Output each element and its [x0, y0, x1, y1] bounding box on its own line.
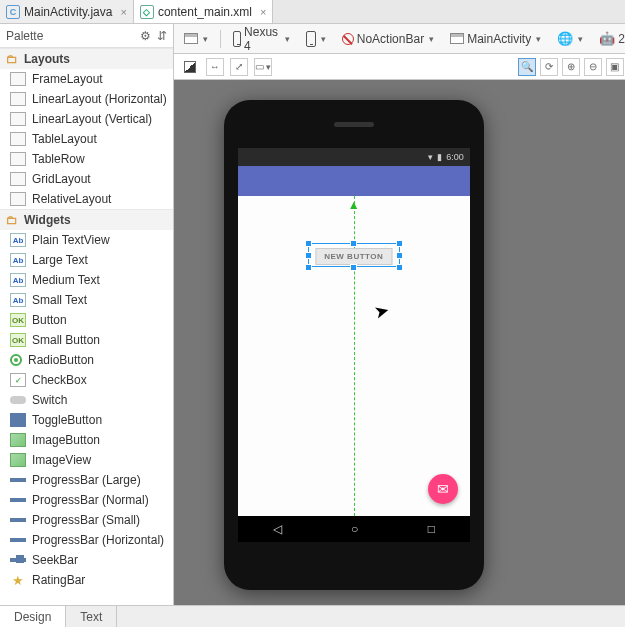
box-icon: [10, 92, 26, 106]
device-frame: ▾ ▮ 6:00 ▲ NEW BUTTON: [224, 100, 484, 590]
align-button[interactable]: ↔: [206, 58, 224, 76]
xml-layout-file-icon: ◇: [140, 5, 154, 19]
palette-item-label: ProgressBar (Large): [32, 473, 141, 487]
palette-item-label: Plain TextView: [32, 233, 110, 247]
phone-icon: [233, 31, 241, 47]
phone-speaker: [334, 122, 374, 127]
refresh-button[interactable]: ⟳: [540, 58, 558, 76]
constraint-arrow-icon: ▲: [348, 198, 360, 212]
palette-item-label: ToggleButton: [32, 413, 102, 427]
box-icon: [10, 192, 26, 206]
device-dropdown[interactable]: Nexus 4: [229, 24, 294, 55]
close-icon[interactable]: ×: [260, 6, 266, 18]
activity-label: MainActivity: [467, 32, 531, 46]
palette-item-label: LinearLayout (Vertical): [32, 112, 152, 126]
theme-variant-button[interactable]: [180, 59, 200, 75]
editor-mode-tabs: Design Text: [0, 605, 625, 627]
palette-category-header[interactable]: 🗀Layouts: [0, 48, 173, 69]
options-icon[interactable]: ⇵: [157, 29, 167, 43]
palette-item[interactable]: GridLayout: [0, 169, 173, 189]
screenshot-button[interactable]: ▣: [606, 58, 624, 76]
floating-action-button[interactable]: ✉: [428, 474, 458, 504]
palette-item[interactable]: ✓CheckBox: [0, 370, 173, 390]
seek-icon: [10, 558, 26, 562]
switch-icon: [10, 396, 26, 404]
zoom-fit-button[interactable]: 🔍: [518, 58, 536, 76]
back-icon[interactable]: ◁: [273, 522, 282, 536]
palette-item[interactable]: OKButton: [0, 310, 173, 330]
palette-item[interactable]: RelativeLayout: [0, 189, 173, 209]
resize-handle[interactable]: [396, 240, 403, 247]
palette-item[interactable]: AbLarge Text: [0, 250, 173, 270]
recents-icon[interactable]: □: [428, 522, 435, 536]
placed-button-widget[interactable]: NEW BUTTON: [315, 248, 392, 265]
palette-item[interactable]: RatingBar: [0, 570, 173, 590]
palette-header: Palette ⚙ ⇵: [0, 24, 173, 48]
options-dropdown[interactable]: ▭: [254, 58, 272, 76]
activity-dropdown[interactable]: MainActivity: [446, 30, 545, 48]
ab-icon: Ab: [10, 253, 26, 267]
palette-item[interactable]: ProgressBar (Small): [0, 510, 173, 530]
status-time: 6:00: [446, 152, 464, 162]
resize-handle[interactable]: [396, 264, 403, 271]
resize-handle[interactable]: [350, 240, 357, 247]
palette-item[interactable]: TableLayout: [0, 129, 173, 149]
box-icon: [10, 72, 26, 86]
design-canvas[interactable]: ▾ ▮ 6:00 ▲ NEW BUTTON: [174, 80, 625, 605]
palette-item[interactable]: AbPlain TextView: [0, 230, 173, 250]
tab-text[interactable]: Text: [66, 606, 117, 627]
zoom-out-button[interactable]: ⊖: [584, 58, 602, 76]
palette-item[interactable]: AbMedium Text: [0, 270, 173, 290]
star-icon: [10, 573, 26, 587]
palette-item-label: RelativeLayout: [32, 192, 111, 206]
theme-dropdown[interactable]: NoActionBar: [338, 30, 438, 48]
palette-item[interactable]: FrameLayout: [0, 69, 173, 89]
palette-item[interactable]: ToggleButton: [0, 410, 173, 430]
palette-item-label: ImageView: [32, 453, 91, 467]
resize-handle[interactable]: [305, 240, 312, 247]
file-tab-mainactivity[interactable]: C MainActivity.java ×: [0, 0, 134, 23]
category-label: Widgets: [24, 213, 71, 227]
resize-handle[interactable]: [305, 264, 312, 271]
palette-item[interactable]: AbSmall Text: [0, 290, 173, 310]
device-screen: ▾ ▮ 6:00 ▲ NEW BUTTON: [238, 148, 470, 542]
ab-icon: Ab: [10, 273, 26, 287]
palette-item[interactable]: LinearLayout (Vertical): [0, 109, 173, 129]
palette-item[interactable]: SeekBar: [0, 550, 173, 570]
design-surface-dropdown[interactable]: [180, 31, 212, 46]
palette-item-label: GridLayout: [32, 172, 91, 186]
tab-design[interactable]: Design: [0, 606, 66, 627]
gear-icon[interactable]: ⚙: [140, 29, 151, 43]
expand-button[interactable]: ⤢: [230, 58, 248, 76]
orientation-dropdown[interactable]: [302, 29, 330, 49]
resize-handle[interactable]: [350, 264, 357, 271]
activity-icon: [450, 33, 464, 44]
palette-item[interactable]: ProgressBar (Large): [0, 470, 173, 490]
close-icon[interactable]: ×: [120, 6, 126, 18]
palette-item[interactable]: OKSmall Button: [0, 330, 173, 350]
file-tab-contentmain[interactable]: ◇ content_main.xml ×: [134, 0, 273, 23]
palette-item[interactable]: LinearLayout (Horizontal): [0, 89, 173, 109]
palette-item[interactable]: ImageButton: [0, 430, 173, 450]
app-bar: [238, 166, 470, 196]
palette-item[interactable]: RadioButton: [0, 350, 173, 370]
zoom-in-button[interactable]: ⊕: [562, 58, 580, 76]
palette-item[interactable]: ImageView: [0, 450, 173, 470]
layout-editor: Nexus 4 NoActionBar MainActivity 🌐 🤖23 ↔…: [174, 24, 625, 605]
rotate-icon: [306, 31, 316, 47]
palette-item[interactable]: ProgressBar (Horizontal): [0, 530, 173, 550]
category-label: Layouts: [24, 52, 70, 66]
locale-dropdown[interactable]: 🌐: [553, 29, 587, 48]
home-icon[interactable]: ○: [351, 522, 358, 536]
noactionbar-icon: [342, 33, 354, 45]
palette-item[interactable]: Switch: [0, 390, 173, 410]
api-dropdown[interactable]: 🤖23: [595, 29, 625, 48]
palette-item-label: ProgressBar (Small): [32, 513, 140, 527]
resize-handle[interactable]: [396, 252, 403, 259]
palette-item-label: ProgressBar (Horizontal): [32, 533, 164, 547]
palette-item[interactable]: ProgressBar (Normal): [0, 490, 173, 510]
app-content[interactable]: ▲ NEW BUTTON ➤: [238, 196, 470, 516]
palette-category-header[interactable]: 🗀Widgets: [0, 209, 173, 230]
resize-handle[interactable]: [305, 252, 312, 259]
palette-item[interactable]: TableRow: [0, 149, 173, 169]
